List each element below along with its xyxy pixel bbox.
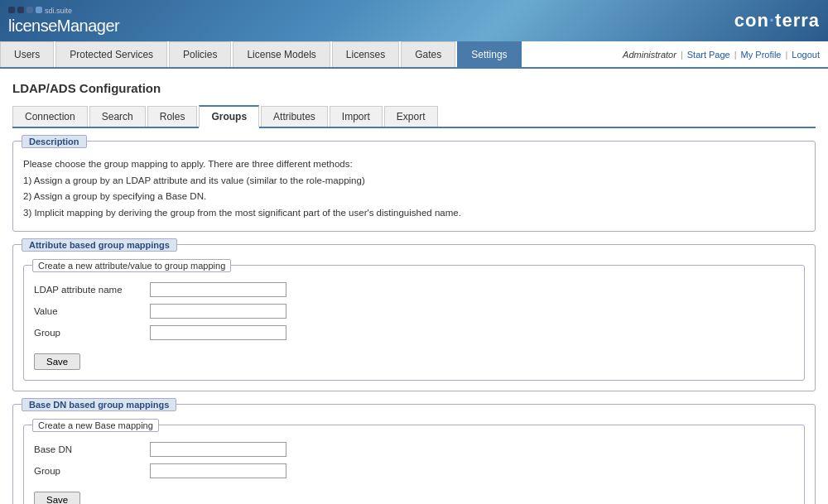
nav-tab-policies[interactable]: Policies [169, 41, 231, 67]
basedn-section-title: Base DN based group mappings [22, 398, 176, 411]
ldap-attr-input[interactable] [150, 282, 286, 297]
sub-tab-attributes[interactable]: Attributes [261, 106, 328, 127]
app-logo: licenseManager [8, 17, 119, 36]
value-row: Value [34, 304, 794, 319]
basedn-save-button[interactable]: Save [34, 492, 80, 504]
group-label-basedn: Group [34, 466, 150, 476]
app-header: sdi.suite licenseManager con·terra [0, 0, 828, 41]
basedn-section: Base DN based group mappings Create a ne… [12, 404, 816, 504]
my-profile-link[interactable]: My Profile [741, 50, 782, 60]
main-navbar: Users Protected Services Policies Licens… [0, 41, 828, 69]
nav-tab-gates[interactable]: Gates [401, 41, 455, 67]
basedn-inner-box: Create a new Base mapping Base DN Group … [23, 425, 805, 504]
group-input-attr[interactable] [150, 325, 286, 340]
basedn-input[interactable] [150, 442, 286, 457]
sub-tab-connection[interactable]: Connection [12, 106, 88, 127]
group-label-attr: Group [34, 328, 150, 338]
main-content: LDAP/ADS Configuration Connection Search… [0, 69, 828, 504]
description-section: Description Please choose the group mapp… [12, 141, 816, 232]
page-title: LDAP/ADS Configuration [12, 81, 816, 95]
ldap-attr-row: LDAP attribute name [34, 282, 794, 297]
attribute-section: Attribute based group mappings Create a … [12, 244, 816, 391]
ldap-attr-label: LDAP attribute name [34, 285, 150, 295]
sub-tab-groups[interactable]: Groups [199, 105, 259, 128]
conterra-dot: · [769, 10, 775, 31]
nav-tab-settings[interactable]: Settings [457, 41, 521, 67]
nav-tab-license-models[interactable]: License Models [233, 41, 330, 67]
sub-tabs-container: Connection Search Roles Groups Attribute… [12, 105, 816, 128]
attribute-section-title: Attribute based group mappings [22, 238, 177, 252]
logo-dot-4 [36, 7, 42, 13]
start-page-link[interactable]: Start Page [687, 50, 730, 60]
basedn-label: Base DN [34, 444, 150, 454]
sub-tab-export[interactable]: Export [384, 106, 438, 127]
logout-link[interactable]: Logout [792, 50, 820, 60]
logo-dot-2 [17, 7, 24, 13]
description-section-title: Description [22, 135, 87, 148]
nav-tabs-container: Users Protected Services Policies Licens… [0, 41, 523, 67]
group-input-basedn[interactable] [150, 463, 286, 478]
current-user: Administrator [623, 50, 676, 60]
sub-tab-roles[interactable]: Roles [147, 106, 198, 127]
sub-tab-search[interactable]: Search [89, 106, 146, 127]
sub-tab-import[interactable]: Import [330, 106, 383, 127]
conterra-logo: con·terra [734, 10, 820, 31]
description-text: Please choose the group mapping to apply… [23, 156, 805, 221]
group-row-attr: Group [34, 325, 794, 340]
attribute-save-button[interactable]: Save [34, 353, 80, 370]
nav-tab-users[interactable]: Users [0, 41, 54, 67]
attribute-inner-title: Create a new attribute/value to group ma… [32, 259, 231, 272]
value-label: Value [34, 306, 150, 316]
value-input[interactable] [150, 304, 286, 319]
nav-tab-licenses[interactable]: Licenses [332, 41, 399, 67]
logo-dots: sdi.suite [8, 7, 72, 15]
logo-sdi-text: sdi.suite [45, 7, 72, 15]
logo-dot-1 [8, 7, 15, 13]
basedn-inner-title: Create a new Base mapping [32, 419, 159, 432]
user-nav: Administrator | Start Page | My Profile … [614, 41, 828, 67]
basedn-row: Base DN [34, 442, 794, 457]
attribute-inner-box: Create a new attribute/value to group ma… [23, 265, 805, 381]
group-row-basedn: Group [34, 463, 794, 478]
logo-area: sdi.suite licenseManager [8, 7, 119, 36]
nav-tab-protected-services[interactable]: Protected Services [55, 41, 167, 67]
logo-dot-3 [26, 7, 33, 13]
